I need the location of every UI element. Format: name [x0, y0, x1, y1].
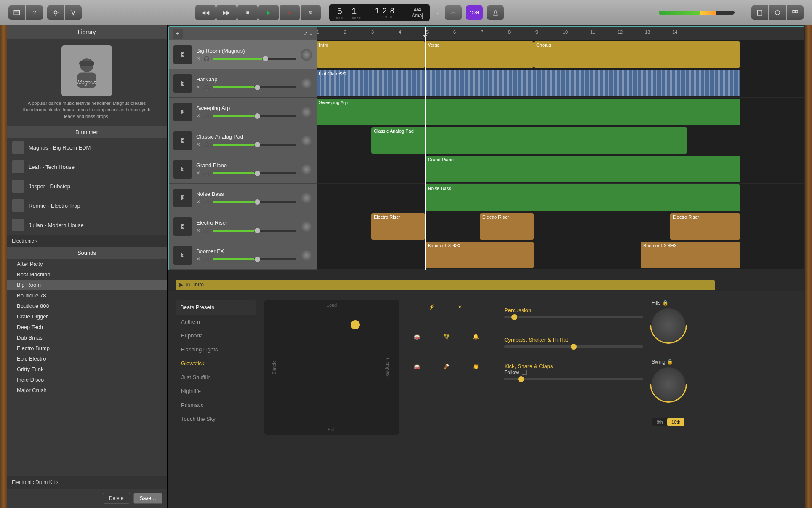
kit-piece-icon[interactable]: 🪘	[443, 364, 460, 380]
region[interactable]: Grand Piano	[425, 156, 740, 182]
key-sig[interactable]: Amaj	[412, 13, 423, 19]
sound-item[interactable]: Boutique 78	[7, 290, 167, 301]
pan-knob[interactable]	[301, 78, 312, 89]
region-lane[interactable]: Sweeping Arp	[317, 98, 804, 126]
preset-item[interactable]: Anthem	[176, 315, 256, 329]
kit-slider[interactable]	[504, 345, 643, 348]
preset-item[interactable]: Flashing Lights	[176, 342, 256, 356]
xy-puck[interactable]	[351, 320, 360, 329]
volume-slider[interactable]	[213, 230, 296, 232]
headphone-icon[interactable]: 🎧	[203, 199, 209, 205]
kit-piece-icon[interactable]: 👏	[473, 364, 490, 380]
region-lane[interactable]: Grand Piano	[317, 155, 804, 184]
sound-item[interactable]: Deep Tech	[7, 322, 167, 332]
lcd-beat[interactable]: 1	[351, 6, 360, 16]
preset-item[interactable]: Prismatic	[176, 398, 256, 412]
drummer-item[interactable]: Jasper - Dubstep	[7, 176, 167, 196]
region[interactable]: Chorus	[534, 41, 740, 68]
pan-knob[interactable]	[301, 49, 312, 61]
library-toggle[interactable]	[8, 5, 25, 20]
kit-piece-icon[interactable]: ⚡	[429, 304, 445, 321]
metronome-button[interactable]	[487, 5, 504, 20]
volume-slider[interactable]	[213, 258, 296, 260]
preset-item[interactable]: Glowstick	[176, 356, 256, 370]
pan-knob[interactable]	[301, 192, 312, 204]
sound-item[interactable]: Major Crush	[7, 385, 167, 396]
kit-piece-icon[interactable]: 🥁	[414, 334, 431, 350]
region[interactable]: Electro Riser	[371, 213, 425, 240]
track-header-menu[interactable]: ⤢ ⌄	[304, 31, 313, 37]
xy-pad[interactable]: Loud Soft Simple Complex	[264, 300, 399, 435]
mute-icon[interactable]: ✕	[196, 84, 202, 90]
kit-slider[interactable]	[504, 316, 643, 318]
kit-piece-icon[interactable]: 🔔	[473, 334, 490, 350]
quick-help-button[interactable]: ?	[26, 5, 43, 20]
sound-item[interactable]: After Party	[7, 259, 167, 269]
region[interactable]: Boomer FX ⟲⟲	[425, 242, 534, 268]
headphone-icon[interactable]: 🎧	[203, 256, 209, 262]
region[interactable]: Classic Analog Pad	[371, 127, 687, 154]
add-track-button[interactable]: +	[173, 29, 183, 39]
drummer-item[interactable]: Julian - Modern House	[7, 215, 167, 235]
track-header[interactable]: 🎛 Boomer FX ✕🎧	[169, 241, 317, 270]
region[interactable]: Verse	[425, 41, 534, 68]
mute-icon[interactable]: ✕	[196, 113, 202, 119]
headphone-icon[interactable]: 🎧	[203, 227, 209, 233]
region[interactable]: Noise Bass	[425, 184, 740, 211]
tuner-button[interactable]	[445, 5, 462, 20]
mute-icon[interactable]: ✕	[196, 199, 202, 205]
mute-icon[interactable]: ✕	[196, 170, 202, 176]
mute-icon[interactable]: ✕	[196, 142, 202, 147]
cycle-button[interactable]: ↻	[301, 5, 321, 20]
time-sig[interactable]: 4/4	[412, 7, 423, 13]
editor-ruler[interactable]: ▶ ⧉ Intro	[176, 280, 715, 290]
note-division[interactable]: 8th16th	[652, 418, 685, 426]
kit-piece-icon[interactable]: 🥁	[414, 364, 431, 380]
lcd-bar[interactable]: 5	[337, 6, 346, 16]
kit-piece-icon[interactable]: 🪇	[443, 334, 460, 350]
headphone-icon[interactable]: 🎧	[203, 113, 209, 119]
track-header[interactable]: 🎛 Hat Clap ✕🎧	[169, 69, 317, 98]
sound-item[interactable]: Beat Machine	[7, 269, 167, 280]
kit-piece-icon[interactable]: ✕	[458, 304, 475, 321]
preset-item[interactable]: Just Shufflin	[176, 370, 256, 384]
track-header[interactable]: 🎛 Big Room (Magnus) ✕🎧	[169, 40, 317, 69]
region[interactable]: Sweeping Arp	[317, 99, 740, 125]
timeline[interactable]: 1234567891011121314 IntroVerseChorusHat …	[317, 27, 804, 270]
kit-slider[interactable]	[504, 378, 643, 380]
region-lane[interactable]: Hat Clap ⟲⟲	[317, 69, 804, 98]
delete-button[interactable]: Delete	[103, 493, 130, 504]
region[interactable]: Electro Riser	[480, 213, 534, 240]
breadcrumb-kit[interactable]: Electronic Drum Kit ›	[7, 476, 167, 489]
note-option[interactable]: 16th	[667, 418, 684, 426]
track-header[interactable]: 🎛 Noise Bass ✕🎧	[169, 184, 317, 212]
fills-knob[interactable]	[652, 308, 685, 342]
mute-icon[interactable]: ✕	[196, 56, 202, 61]
track-header[interactable]: 🎛 Classic Analog Pad ✕🎧	[169, 126, 317, 155]
headphone-icon[interactable]: 🎧	[203, 170, 209, 176]
tempo-value[interactable]: 128	[375, 7, 398, 16]
mute-icon[interactable]: ✕	[196, 256, 202, 262]
sound-item[interactable]: Crate Digger	[7, 311, 167, 322]
sound-item[interactable]: Epic Electro	[7, 353, 167, 364]
sound-item[interactable]: Gritty Funk	[7, 364, 167, 374]
ruler[interactable]: 1234567891011121314	[317, 27, 804, 40]
region-lane[interactable]: Classic Analog Pad	[317, 126, 804, 155]
breadcrumb-electronic[interactable]: Electronic ›	[7, 235, 167, 247]
sound-item[interactable]: Indie Disco	[7, 374, 167, 385]
notepad-button[interactable]	[751, 5, 768, 20]
forward-button[interactable]: ▶▶	[216, 5, 237, 20]
record-button[interactable]: ●	[280, 5, 300, 20]
sound-item[interactable]: Electro Bump	[7, 343, 167, 353]
media-button[interactable]	[787, 5, 804, 20]
pan-knob[interactable]	[301, 106, 312, 118]
mute-icon[interactable]: ✕	[196, 227, 202, 233]
play-button[interactable]: ▶	[258, 5, 279, 20]
volume-slider[interactable]	[213, 172, 296, 174]
play-icon[interactable]: ▶	[179, 282, 183, 288]
region-lane[interactable]: Boomer FX ⟲⟲Boomer FX ⟲⟲	[317, 241, 804, 270]
region[interactable]: Electro Riser	[670, 213, 740, 240]
headphone-icon[interactable]: 🎧	[203, 142, 209, 147]
volume-slider[interactable]	[213, 201, 296, 203]
stop-button[interactable]: ■	[237, 5, 258, 20]
